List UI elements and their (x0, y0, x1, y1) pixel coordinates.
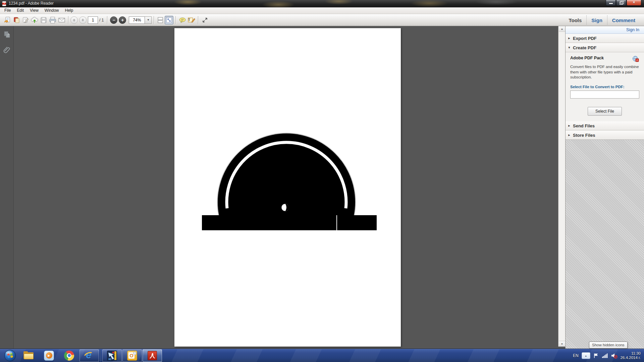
create-pdf-section-header[interactable]: ▼ Create PDF (566, 43, 644, 52)
navigation-rail (0, 26, 14, 349)
google-chrome-icon (64, 351, 74, 361)
pane-switcher: Tools Sign Comment (564, 14, 640, 26)
empty-pane-hatch-area (566, 139, 644, 349)
fit-page-button[interactable] (165, 16, 173, 24)
volume-muted-icon[interactable] (611, 353, 618, 359)
adobe-reader-icon (148, 351, 157, 360)
text-annotation-button[interactable]: T (187, 15, 196, 24)
language-indicator[interactable]: EN (573, 353, 579, 358)
play-icon: ▶ (48, 354, 50, 357)
save-icon (40, 16, 47, 24)
menu-file[interactable]: File (1, 7, 14, 14)
comment-tab[interactable]: Comment (607, 17, 640, 23)
open-file-button[interactable] (3, 15, 12, 24)
open-file-icon (4, 16, 11, 24)
scroll-down-button[interactable]: ▼ (559, 341, 565, 347)
action-center-flag-icon[interactable] (593, 353, 599, 358)
toolbar: / 1 − + 74% ▼ (0, 14, 644, 26)
outlook-icon: O (127, 351, 137, 361)
system-tray: EN ▲ 11:30 26.4.2014 г. (573, 351, 644, 360)
page-thumbnails-icon[interactable] (3, 31, 11, 40)
taskbar-google-chrome[interactable] (59, 349, 79, 362)
store-files-section-header[interactable]: ► Store Files (566, 131, 644, 140)
taskbar-apps: ▶ e ✱ (0, 349, 162, 362)
kompas-3d-label: 3D (108, 358, 111, 360)
zoom-dropdown-button[interactable]: ▼ (145, 16, 152, 24)
attachments-icon[interactable] (3, 46, 11, 54)
file-to-convert-input[interactable] (570, 90, 639, 99)
clock-badge-icon (133, 352, 137, 355)
taskbar-windows-explorer[interactable] (19, 349, 39, 362)
fullscreen-button[interactable] (200, 15, 209, 24)
next-page-button[interactable] (79, 16, 87, 24)
minimize-button[interactable] (606, 0, 616, 6)
scroll-up-button[interactable]: ▲ (559, 26, 565, 32)
save-button[interactable] (39, 15, 48, 24)
taskbar-adobe-reader[interactable] (143, 349, 162, 362)
toolbar-separator (107, 16, 107, 24)
vertical-scrollbar[interactable]: ▲ ▼ (558, 26, 565, 347)
clock[interactable]: 11:30 26.4.2014 г. (621, 351, 641, 360)
print-button[interactable] (48, 15, 57, 24)
start-button[interactable] (2, 349, 18, 362)
taskbar-divider (100, 350, 101, 362)
taskbar-windows-media-player[interactable]: ▶ (39, 349, 59, 362)
zoom-in-button[interactable]: + (119, 16, 126, 24)
taskbar-kompas-3d[interactable]: ✱ 3D (102, 349, 122, 362)
sign-document-button[interactable] (21, 15, 30, 24)
scrolling-mode-button[interactable] (156, 16, 165, 24)
zoom-level-value[interactable]: 74% (129, 16, 145, 24)
arrow-down-icon (81, 18, 85, 22)
tray-date: 26.4.2014 г. (621, 356, 641, 360)
taskbar-outlook[interactable]: O (122, 349, 142, 362)
sign-tab[interactable]: Sign (587, 17, 607, 23)
chevron-right-icon: ► (566, 37, 573, 40)
text-annotation-letter: T (188, 18, 190, 22)
email-button[interactable] (57, 15, 66, 24)
network-signal-icon[interactable] (602, 353, 608, 358)
title-bar: 1234.pdf - Adobe Reader × (0, 0, 644, 7)
show-hidden-icons-button[interactable]: ▲ (582, 352, 590, 359)
send-files-section-header[interactable]: ► Send Files (566, 121, 644, 130)
menu-view[interactable]: View (27, 7, 42, 14)
desktop: 1234.pdf - Adobe Reader × File Edit View… (0, 0, 644, 362)
taskbar-internet-explorer[interactable]: e (79, 349, 99, 362)
toolbar-separator (175, 16, 176, 24)
store-files-label: Store Files (573, 133, 595, 138)
tray-time: 11:30 (621, 351, 641, 356)
create-pdf-label: Create PDF (573, 45, 596, 50)
menu-window[interactable]: Window (42, 7, 62, 14)
taskbar: ▶ e ✱ (0, 349, 644, 362)
menu-help[interactable]: Help (62, 7, 76, 14)
upload-cloud-button[interactable] (30, 15, 39, 24)
menu-bar: File Edit View Window Help (0, 7, 644, 14)
email-icon (58, 16, 66, 24)
toolbar-separator (68, 16, 68, 24)
close-button[interactable]: × (627, 0, 641, 6)
windows-explorer-icon (23, 351, 34, 360)
sticky-note-button[interactable] (178, 15, 187, 24)
page-number-input[interactable] (88, 16, 98, 24)
internet-explorer-icon: e (84, 350, 95, 361)
select-file-label: Select File to Convert to PDF: (570, 85, 639, 89)
sign-in-link[interactable]: Sign In (566, 26, 644, 34)
restore-button[interactable] (616, 0, 626, 6)
create-pdf-button[interactable] (12, 15, 21, 24)
create-pdf-icon (13, 16, 20, 24)
send-files-label: Send Files (573, 123, 595, 128)
window-controls: × (605, 0, 641, 6)
print-icon (49, 16, 57, 24)
select-file-button[interactable]: Select File (588, 107, 622, 116)
fullscreen-arrows-icon (202, 17, 208, 23)
zoom-out-button[interactable]: − (110, 16, 117, 24)
export-pdf-section-header[interactable]: ► Export PDF (566, 34, 644, 43)
previous-page-button[interactable] (70, 16, 78, 24)
pdf-figure-dome-drawing (174, 28, 401, 347)
show-hidden-icons-tooltip: Show hidden icons (589, 342, 628, 349)
adobe-pdf-pack-description: Convert files to PDF and easily combine … (570, 64, 639, 80)
windows-media-player-icon: ▶ (44, 351, 54, 361)
chevron-right-icon: ► (566, 133, 573, 137)
menu-edit[interactable]: Edit (14, 7, 27, 14)
tools-tab[interactable]: Tools (564, 17, 586, 23)
upload-cloud-icon (31, 16, 39, 24)
